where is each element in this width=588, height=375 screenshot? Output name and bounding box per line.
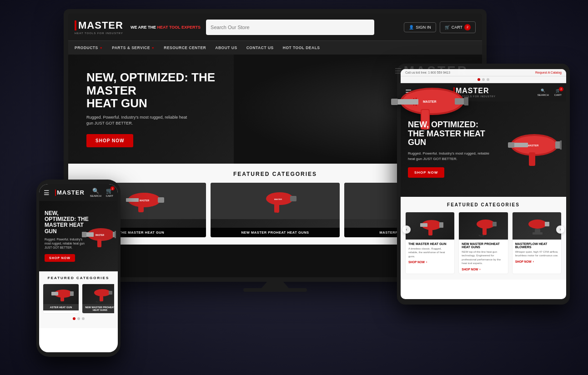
- svg-rect-30: [529, 152, 535, 166]
- nav-parts[interactable]: PARTS & SERVICE ▼: [112, 45, 155, 50]
- svg-rect-35: [439, 222, 443, 228]
- svg-rect-15: [126, 198, 139, 202]
- phone-screen: ☰ MASTER 🔍 SEARCH 🛒 2 CART: [39, 184, 118, 352]
- cart-label: CART: [106, 195, 113, 197]
- cat1-gun-svg: MASTER: [119, 187, 165, 215]
- svg-rect-42: [545, 222, 549, 226]
- nav-about-label: ABOUT US: [215, 45, 237, 50]
- hero-title-line2: HEAT GUN: [86, 96, 147, 110]
- scene: MASTER HEAT TOOLS FOR INDUSTRY WE ARE TH…: [0, 0, 588, 375]
- tablet-cat-1[interactable]: THE MASTER HEAT GUN A timeless classic. …: [405, 212, 455, 274]
- phone-shop-now-button[interactable]: SHOP NOW: [45, 254, 75, 262]
- svg-rect-47: [115, 231, 116, 238]
- phone-cat2-label: NEW MASTER PROHEAT HEAT GUNS: [82, 304, 114, 313]
- nav-products[interactable]: PRODUCTS ▼: [75, 45, 103, 50]
- tablet-cat2-cta-label: SHOP NOW: [462, 268, 478, 271]
- nav-deals[interactable]: HOT TOOL DEALS: [283, 45, 320, 50]
- svg-rect-29: [560, 140, 562, 150]
- desktop-logo: MASTER: [75, 20, 123, 31]
- svg-rect-54: [60, 297, 64, 301]
- carousel-left-arrow[interactable]: ‹: [402, 225, 411, 234]
- nav-parts-label: PARTS & SERVICE: [112, 45, 150, 50]
- tablet-cat-2[interactable]: NEW MASTER PROHEAT HEAT GUNS NEW top-of-…: [458, 212, 508, 274]
- tablet-hero-subtitle: Rugged. Powerful. Industry's most rugged…: [408, 151, 491, 162]
- search-icon: 🔍: [541, 89, 545, 93]
- desktop-header: MASTER HEAT TOOLS FOR INDUSTRY WE ARE TH…: [68, 14, 482, 41]
- tablet-cat3-image: [513, 212, 561, 240]
- svg-rect-32: [513, 143, 528, 147]
- header-actions: 👤 SIGN IN 🛒 CART 2: [404, 21, 476, 33]
- arrow-right-icon-3: ›: [533, 260, 534, 263]
- svg-rect-53: [70, 291, 74, 296]
- tablet-cat2-desc: NEW top-of-the-line heat gun technology.…: [462, 250, 505, 265]
- svg-rect-55: [51, 292, 58, 295]
- search-label: SEARCH: [538, 94, 549, 96]
- nav-contact[interactable]: CONTACT US: [246, 45, 274, 50]
- chevron-down-icon: ▼: [100, 46, 103, 50]
- cart-button[interactable]: 🛒 CART 2: [440, 21, 476, 33]
- hero-shop-now-button[interactable]: SHOP NOW: [86, 134, 133, 147]
- phone-cat1-label: ASTER HEAT GUN: [43, 304, 79, 310]
- phone-cat-1[interactable]: ASTER HEAT GUN: [43, 284, 79, 314]
- dot-1: [477, 78, 480, 81]
- sign-in-button[interactable]: 👤 SIGN IN: [404, 22, 436, 32]
- tablet-cat1-image: [406, 212, 454, 240]
- svg-point-41: [528, 220, 547, 229]
- tablet-hero-title: NEW, OPTIMIZED: THE MASTER HEAT GUN: [408, 120, 491, 147]
- hero-title: NEW, OPTIMIZED: THE MASTER HEAT GUN: [86, 71, 257, 110]
- chevron-down-icon-2: ▼: [151, 46, 155, 50]
- nav-contact-label: CONTACT US: [246, 45, 274, 50]
- category-card-2[interactable]: MASTER NEW MASTER PROHEAT HEAT GUNS: [211, 183, 339, 237]
- tablet-shop-now-button[interactable]: SHOP NOW: [408, 167, 444, 178]
- tablet-cart-button[interactable]: 🛒 2 CART: [554, 89, 562, 96]
- tablet-cat2-image: [459, 212, 508, 240]
- svg-rect-48: [97, 239, 101, 247]
- hero-subtitle: Rugged. Powerful. Industry's most rugged…: [86, 115, 257, 127]
- tablet-featured: FEATURED CATEGORIES ‹: [401, 197, 566, 280]
- phone-hamburger-icon[interactable]: ☰: [44, 189, 50, 196]
- desktop-logo-area: MASTER HEAT TOOLS FOR INDUSTRY: [75, 20, 123, 35]
- phone-cart-button[interactable]: 🛒 2 CART: [106, 188, 113, 197]
- svg-rect-10: [396, 99, 418, 105]
- cart-badge: 2: [464, 24, 471, 30]
- monitor-stand: [261, 282, 289, 288]
- phone-categories: ASTER HEAT GUN NEW: [43, 284, 114, 314]
- search-bar[interactable]: [206, 20, 374, 35]
- phone-search-button[interactable]: 🔍 SEARCH: [90, 188, 101, 197]
- svg-text:MASTER: MASTER: [423, 100, 437, 103]
- tablet-cat2-cta[interactable]: SHOP NOW ›: [462, 268, 505, 271]
- nav-deals-label: HOT TOOL DEALS: [283, 45, 320, 50]
- tablet-catalog-link[interactable]: Request A Catalog: [535, 71, 562, 74]
- tablet-cat1-body: THE MASTER HEAT GUN A timeless classic. …: [406, 240, 454, 266]
- tablet-categories: ‹ THE MASTER HE: [405, 212, 562, 274]
- search-input[interactable]: [211, 25, 370, 30]
- tablet-cart-badge: 2: [559, 87, 563, 91]
- sign-in-label: SIGN IN: [416, 25, 431, 30]
- monitor-base: [243, 288, 307, 292]
- phone-cart-badge: 2: [111, 186, 115, 190]
- arrow-right-icon-2: ›: [479, 268, 480, 271]
- tablet-cat1-cta[interactable]: SHOP NOW ›: [408, 260, 452, 264]
- svg-rect-33: [508, 142, 514, 148]
- cat2-gun-svg: MASTER: [252, 187, 298, 215]
- phone-hero: NEW, OPTIMIZED: THE MASTER HEAT GUN Rugg…: [39, 201, 118, 271]
- tablet-cat-3[interactable]: MASTERFLOW HEAT BLOWERS Whisper quiet, h…: [512, 212, 562, 274]
- tablet-cat3-cta-label: SHOP NOW: [515, 260, 532, 263]
- carousel-right-arrow[interactable]: ›: [556, 225, 564, 234]
- phone-dot-3: [82, 317, 85, 320]
- cart-label: CART: [452, 25, 462, 30]
- svg-text:MASTER: MASTER: [95, 234, 105, 236]
- search-icon: 🔍: [92, 188, 99, 194]
- tablet-header-icons: 🔍 SEARCH 🛒 2 CART: [538, 89, 562, 96]
- phone-dot-2: [77, 317, 80, 320]
- nav-resource[interactable]: RESOURCE CENTER: [164, 45, 206, 50]
- tablet-cat3-cta[interactable]: SHOP NOW ›: [515, 260, 558, 263]
- phone-featured-title: FEATURED CATEGORIES: [43, 276, 114, 280]
- nav-about[interactable]: ABOUT US: [215, 45, 237, 50]
- tablet-search-button[interactable]: 🔍 SEARCH: [538, 89, 549, 96]
- phone-cat1-svg: [47, 286, 75, 302]
- cart-icon: 🛒: [445, 25, 450, 30]
- tablet-cat1-name: THE MASTER HEAT GUN: [408, 242, 452, 245]
- phone-cat-2[interactable]: NEW MASTER PROHEAT HEAT GUNS: [82, 284, 114, 314]
- desktop-nav: PRODUCTS ▼ PARTS & SERVICE ▼ RESOURCE CE…: [68, 41, 482, 55]
